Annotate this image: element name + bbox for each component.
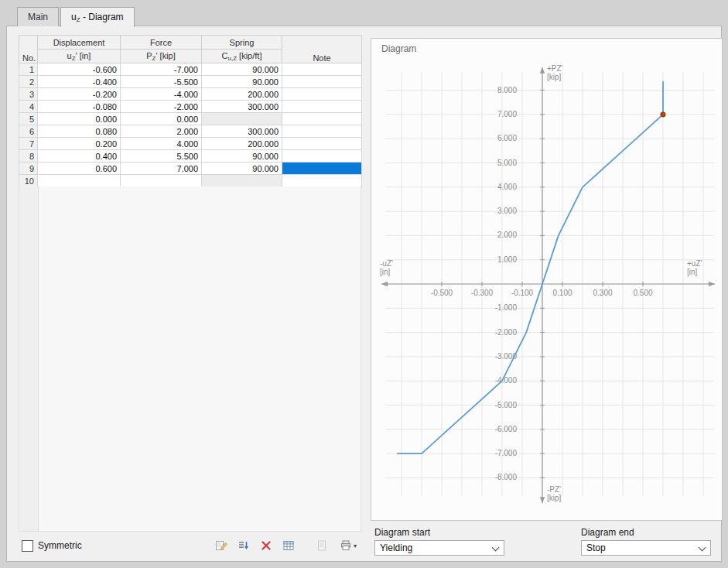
row-number[interactable]: 5 (19, 113, 38, 125)
cell-displacement[interactable]: 0.080 (38, 125, 121, 138)
spring-diagram-chart: -0.500-0.300-0.1000.1000.3000.5008.0007.… (378, 60, 716, 512)
row-number[interactable]: 2 (19, 76, 38, 88)
symmetric-checkbox[interactable]: Symmetric (22, 540, 82, 552)
cell-note[interactable] (282, 125, 362, 138)
svg-text:-2.000: -2.000 (495, 328, 518, 337)
cell-displacement[interactable]: 0.600 (38, 163, 121, 175)
row-number[interactable]: 1 (19, 63, 38, 76)
cell-note[interactable] (282, 150, 362, 163)
diagram-end-select[interactable]: Stop (581, 540, 711, 556)
svg-text:-8.000: -8.000 (495, 473, 518, 481)
cell-spring[interactable]: 90.000 (202, 76, 282, 88)
cell-force[interactable]: -4.000 (121, 88, 202, 101)
tab-main[interactable]: Main (17, 7, 59, 26)
cell-force[interactable]: 4.000 (121, 138, 202, 150)
cell-force[interactable]: 5.500 (121, 150, 202, 163)
table-row: 2-0.400-5.50090.000 (19, 76, 362, 88)
spring-values-table: No. Displacement Force Spring Note uZ' [… (19, 35, 362, 187)
diagram-group-label: Diagram (381, 43, 416, 54)
sort-rows-icon (238, 539, 250, 552)
cell-note[interactable] (282, 138, 362, 150)
dialog-content: No. Displacement Force Spring Note uZ' [… (6, 26, 722, 562)
cell-spring[interactable] (202, 113, 282, 125)
row-number[interactable]: 8 (19, 150, 38, 163)
cell-spring[interactable]: 90.000 (202, 163, 282, 175)
diagram-end-label: Diagram end (581, 527, 711, 538)
row-number[interactable]: 10 (19, 175, 38, 187)
row-number[interactable]: 7 (19, 138, 38, 150)
svg-text:+PZ': +PZ' (547, 64, 563, 73)
table-row: 1-0.600-7.00090.000 (19, 63, 362, 76)
cell-spring[interactable]: 90.000 (202, 150, 282, 163)
diagram-start-value: Yielding (380, 542, 412, 553)
cell-note[interactable] (282, 101, 362, 113)
svg-text:7.000: 7.000 (497, 110, 517, 118)
cell-spring[interactable]: 200.000 (202, 88, 282, 101)
cell-force[interactable]: 2.000 (121, 125, 202, 138)
cell-spring[interactable]: 200.000 (202, 138, 282, 150)
delete-x-icon (260, 539, 272, 552)
print-button[interactable]: ▾ (335, 537, 361, 554)
dropdown-arrow-icon: ▾ (354, 542, 357, 549)
cell-force[interactable]: -7.000 (121, 63, 202, 76)
svg-text:-0.100: -0.100 (511, 289, 534, 297)
edit-pencil-icon (215, 539, 227, 552)
svg-text:0.500: 0.500 (633, 289, 652, 297)
svg-text:[in]: [in] (380, 268, 391, 276)
table-row: 4-0.080-2.000300.000 (19, 101, 362, 113)
cell-note[interactable] (282, 175, 362, 187)
cell-force[interactable]: -2.000 (121, 101, 202, 113)
svg-text:-7.000: -7.000 (495, 449, 518, 457)
row-number[interactable]: 3 (19, 88, 38, 101)
cell-displacement[interactable]: -0.600 (38, 63, 121, 76)
page-preview-icon (316, 539, 328, 552)
diagram-start-label: Diagram start (374, 527, 504, 538)
cell-note[interactable] (282, 63, 362, 76)
table-row: 90.6007.00090.000 (19, 163, 362, 175)
svg-text:2.000: 2.000 (497, 231, 517, 239)
sort-renumber-button[interactable] (234, 537, 253, 554)
cell-displacement[interactable]: -0.400 (38, 76, 121, 88)
cell-displacement[interactable]: 0.400 (38, 150, 121, 163)
row-number[interactable]: 6 (19, 125, 38, 138)
cell-force[interactable]: 7.000 (121, 163, 202, 175)
tab-uz-diagram[interactable]: uZ - Diagram (60, 7, 135, 27)
cell-displacement[interactable]: 0.200 (38, 138, 121, 150)
svg-text:+uZ': +uZ' (687, 259, 702, 268)
svg-text:[kip]: [kip] (547, 73, 562, 81)
svg-text:-0.300: -0.300 (471, 289, 494, 297)
cell-note[interactable] (282, 113, 362, 125)
cell-note[interactable] (282, 88, 362, 101)
table-row: 50.0000.000 (19, 113, 362, 125)
svg-text:6.000: 6.000 (497, 134, 517, 142)
svg-text:3.000: 3.000 (497, 207, 517, 215)
cell-spring[interactable]: 300.000 (202, 101, 282, 113)
cell-spring[interactable]: 90.000 (202, 63, 282, 76)
cell-displacement[interactable]: -0.200 (38, 88, 121, 101)
cell-force[interactable] (121, 175, 202, 187)
cell-force[interactable]: 0.000 (121, 113, 202, 125)
col-unit-displacement: uZ' [in] (38, 50, 121, 63)
edit-settings-button[interactable] (212, 537, 231, 554)
diagram-start-select[interactable]: Yielding (374, 540, 504, 556)
cell-displacement[interactable]: 0.000 (38, 113, 121, 125)
cell-note[interactable] (282, 76, 362, 88)
table-row: 80.4005.50090.000 (19, 150, 362, 163)
row-number[interactable]: 4 (19, 101, 38, 113)
cell-spring[interactable]: 300.000 (202, 125, 282, 138)
tab-main-label: Main (28, 12, 48, 22)
cell-spring[interactable] (202, 175, 282, 187)
table-row: 10 (19, 175, 362, 187)
diagram-end-field: Diagram end Stop (581, 527, 711, 556)
cell-note[interactable] (282, 163, 362, 175)
cell-displacement[interactable] (38, 175, 121, 187)
svg-text:0.300: 0.300 (593, 289, 612, 297)
tab-bar: Main uZ - Diagram (17, 7, 136, 26)
table-row: 60.0802.000300.000 (19, 125, 362, 138)
delete-all-button[interactable] (257, 537, 275, 554)
row-number[interactable]: 9 (19, 163, 38, 175)
print-preview-button (313, 537, 331, 554)
import-table-button[interactable] (279, 537, 298, 554)
cell-force[interactable]: -5.500 (121, 76, 202, 88)
cell-displacement[interactable]: -0.080 (38, 101, 121, 113)
